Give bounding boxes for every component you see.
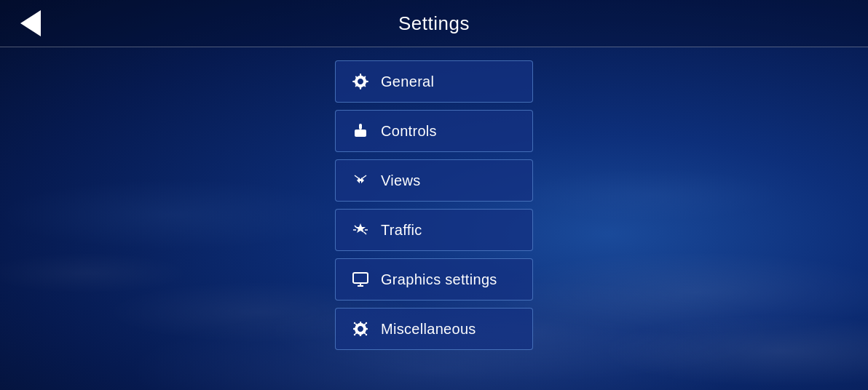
menu-item-miscellaneous-label: Miscellaneous — [381, 321, 476, 338]
svg-point-2 — [352, 81, 354, 82]
menu-item-graphics-label: Graphics settings — [381, 271, 497, 288]
traffic-icon — [350, 221, 371, 239]
svg-point-3 — [367, 81, 368, 82]
menu-item-controls-label: Controls — [381, 123, 437, 140]
svg-rect-7 — [362, 132, 364, 134]
gear-snowflake-icon — [350, 73, 371, 90]
menu-list: General Controls Views — [0, 47, 868, 350]
svg-line-15 — [355, 226, 357, 228]
menu-item-traffic-label: Traffic — [381, 222, 422, 239]
svg-rect-6 — [357, 132, 359, 134]
svg-rect-5 — [355, 130, 366, 137]
svg-rect-17 — [353, 273, 368, 283]
back-button[interactable] — [15, 4, 47, 42]
svg-line-12 — [360, 175, 366, 180]
back-arrow-icon — [20, 10, 41, 36]
svg-line-11 — [355, 175, 360, 180]
menu-item-views-label: Views — [381, 172, 421, 189]
misc-icon — [350, 320, 371, 338]
svg-point-21 — [366, 322, 367, 324]
joystick-icon — [350, 122, 371, 140]
svg-line-16 — [364, 232, 366, 234]
views-icon — [350, 172, 371, 189]
menu-item-traffic[interactable]: Traffic — [335, 209, 533, 251]
menu-item-general-label: General — [381, 73, 434, 90]
header: Settings — [0, 0, 868, 47]
svg-point-20 — [354, 322, 355, 324]
svg-point-22 — [354, 334, 355, 335]
svg-point-0 — [360, 73, 361, 75]
monitor-icon — [350, 271, 371, 288]
page-title: Settings — [398, 12, 470, 35]
svg-point-1 — [360, 88, 361, 89]
svg-point-23 — [366, 334, 367, 335]
menu-item-graphics[interactable]: Graphics settings — [335, 258, 533, 301]
menu-item-miscellaneous[interactable]: Miscellaneous — [335, 308, 533, 350]
menu-item-views[interactable]: Views — [335, 159, 533, 202]
menu-item-general[interactable]: General — [335, 60, 533, 103]
svg-rect-9 — [360, 126, 361, 129]
menu-item-controls[interactable]: Controls — [335, 110, 533, 152]
